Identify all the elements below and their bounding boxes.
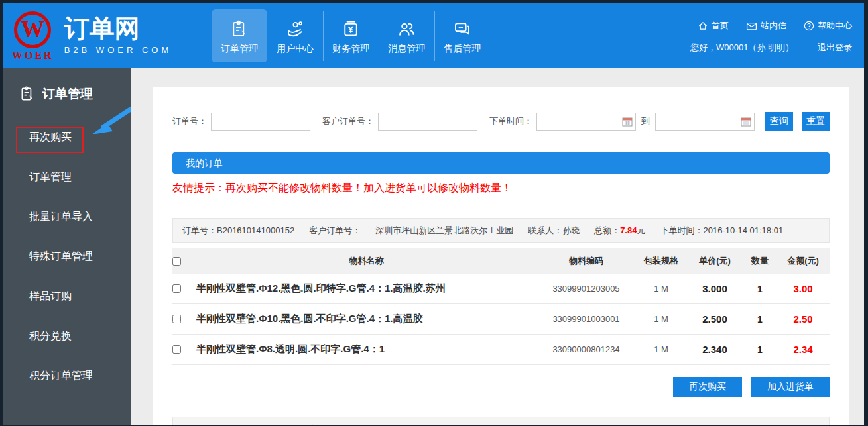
header-quantity: 数量: [743, 255, 776, 267]
logout-link[interactable]: 退出登录: [818, 42, 852, 54]
logo-text: 订单网 B2B WOER COM: [64, 16, 172, 56]
pack-spec: 1 M: [636, 284, 686, 293]
sidebar-item-special-orders[interactable]: 特殊订单管理: [3, 237, 131, 276]
total-label: 总额：: [594, 225, 620, 235]
nav-label: 售后管理: [444, 43, 481, 55]
nav-order-management[interactable]: 订单管理: [212, 9, 267, 62]
order-no-label: 订单号：: [182, 424, 217, 425]
time-value: 2016-10-13 10:17:00: [717, 424, 798, 425]
order-address: 深圳市坪山新区兰景北路沃尔工业园: [375, 225, 513, 237]
sidebar-title: 订单管理: [3, 68, 131, 103]
contact-group: 联系人：孙晓: [528, 423, 580, 425]
site-subtitle: B2B WOER COM: [64, 45, 172, 55]
sidebar-item-sample-purchase[interactable]: 样品订购: [3, 276, 131, 316]
people-icon: [397, 17, 416, 39]
main-nav: 订单管理 用户中心 财: [212, 9, 490, 62]
nav-label: 用户中心: [277, 43, 314, 55]
sidebar-item-batch-import[interactable]: 批量订单导入: [3, 197, 131, 237]
calendar-icon[interactable]: [741, 117, 751, 127]
calendar-icon[interactable]: [622, 117, 633, 127]
material-code: 33090000801234: [536, 345, 636, 354]
rebuy-button[interactable]: 再次购买: [673, 377, 742, 397]
order-actions: 再次购买 加入进货单: [172, 377, 830, 397]
quick-links: 首页 站内信 帮助中心: [690, 20, 852, 32]
date-from-input[interactable]: [536, 113, 636, 131]
money-box-icon: [341, 17, 361, 39]
select-all-checkbox[interactable]: [172, 257, 181, 266]
reset-button[interactable]: 重置: [802, 112, 830, 131]
home-link[interactable]: 首页: [698, 20, 729, 32]
nav-label: 财务管理: [332, 43, 369, 55]
unit-price: 2.500: [686, 313, 743, 325]
customer-no-label: 客户订单号：: [309, 225, 361, 235]
customer-no-label: 客户订单号：: [309, 424, 361, 425]
query-button[interactable]: 查询: [765, 112, 793, 131]
logo-circle-icon: W: [14, 11, 51, 48]
quantity: 1: [743, 314, 776, 325]
total-unit: 元: [637, 225, 645, 235]
order-address: 深圳市坪山新区兰景北路沃尔工业园: [375, 423, 513, 425]
header-unit-price: 单价(元): [686, 255, 743, 267]
order-no-value: B201610141000152: [217, 225, 294, 235]
pack-spec: 1 M: [636, 345, 686, 354]
logo[interactable]: W WOER 订单网 B2B WOER COM: [3, 10, 172, 62]
header-pack-spec: 包装规格: [636, 255, 686, 267]
row-checkbox[interactable]: [172, 345, 181, 354]
row-checkbox[interactable]: [172, 284, 181, 293]
logo-badge: W WOER: [12, 11, 54, 62]
total-unit: 元: [651, 424, 660, 425]
contact-value: 孙晓: [562, 225, 580, 235]
header-material-code: 物料编码: [536, 255, 636, 267]
sidebar-title-label: 订单管理: [42, 85, 93, 103]
table-row: 半刚性双壁管.Φ12.黑色.圆.印特字.G管.4：1.高温胶.苏州 330999…: [172, 274, 830, 304]
nav-finance-management[interactable]: 财务管理: [323, 9, 379, 62]
clipboard-icon: [19, 85, 36, 103]
home-icon: [698, 21, 708, 31]
order-time-group: 下单时间：2016-10-14 01:18:01: [660, 225, 783, 237]
sidebar-item-order-management[interactable]: 订单管理: [3, 157, 131, 197]
sidebar-menu: 再次购买 订单管理 批量订单导入 特殊订单管理 样品订购 积分兑换 积分订单管理: [3, 117, 131, 396]
time-label: 下单时间：: [660, 225, 703, 235]
nav-user-center[interactable]: 用户中心: [267, 9, 323, 62]
sidebar-item-rebuy[interactable]: 再次购买: [3, 117, 131, 157]
row-check-cell: [172, 315, 196, 323]
order-time-label: 下单时间：: [489, 115, 532, 127]
date-from-wrap: [536, 113, 636, 131]
order-no-value: B201610131000133: [217, 424, 294, 425]
chat-bubbles-icon: [452, 17, 472, 39]
contact-label: 联系人：: [528, 225, 562, 235]
material-code: 33099901203005: [536, 284, 636, 293]
site-mail-link[interactable]: 站内信: [746, 20, 786, 32]
add-to-cart-button[interactable]: 加入进货单: [751, 377, 830, 397]
sidebar-item-points-exchange[interactable]: 积分兑换: [3, 316, 131, 356]
date-to-input[interactable]: [655, 113, 755, 131]
material-name: 半刚性双壁管.Φ12.黑色.圆.印特字.G管.4：1.高温胶.苏州: [196, 282, 536, 295]
logo-w-letter: W: [21, 17, 44, 41]
help-center-link[interactable]: 帮助中心: [804, 20, 852, 32]
nav-aftersale-management[interactable]: 售后管理: [434, 9, 490, 62]
user-line: 您好，W00001（孙 明明） 退出登录: [690, 42, 852, 54]
nav-message-management[interactable]: 消息管理: [379, 9, 434, 62]
content-card: 订单号： 客户订单号： 下单时间： 到: [153, 87, 849, 425]
time-value: 2016-10-14 01:18:01: [703, 225, 783, 235]
sidebar-item-points-orders[interactable]: 积分订单管理: [3, 356, 131, 396]
row-check-cell: [172, 345, 196, 354]
nav-label: 订单管理: [221, 43, 258, 55]
row-check-cell: [172, 284, 196, 293]
sidebar: 订单管理 再次购买 订单管理 批量订单导入 特殊订单管理 样品订购 积分兑换 积…: [3, 68, 131, 425]
user-greeting: 您好，W00001（孙 明明）: [690, 42, 794, 54]
home-label: 首页: [712, 20, 729, 32]
row-checkbox[interactable]: [172, 315, 181, 323]
unit-price: 2.340: [686, 344, 743, 355]
order-no-input[interactable]: [211, 113, 310, 131]
order-no-label: 订单号：: [172, 115, 207, 127]
material-code: 33099901003001: [536, 314, 636, 324]
customer-no-input[interactable]: [378, 113, 477, 131]
order-no-group: 订单号：B201610141000152: [182, 225, 294, 237]
envelope-icon: [746, 21, 757, 31]
site-title: 订单网: [64, 16, 172, 42]
friendly-notice: 友情提示：再次购买不能修改物料数量！加入进货单可以修改物料数量！: [172, 182, 830, 195]
top-header: W WOER 订单网 B2B WOER COM 订单管理: [3, 3, 864, 68]
pack-spec: 1 M: [636, 314, 686, 324]
help-label: 帮助中心: [818, 20, 852, 32]
